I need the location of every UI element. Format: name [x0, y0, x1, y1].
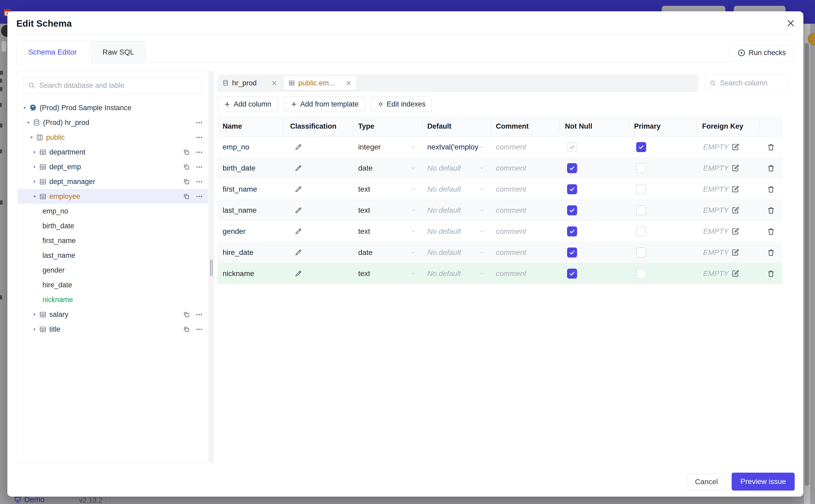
primary-checkbox[interactable]	[636, 184, 646, 194]
classification-pencil-icon[interactable]	[294, 249, 302, 256]
classification-pencil-icon[interactable]	[294, 270, 302, 278]
delete-column-icon[interactable]	[767, 206, 775, 214]
tree-item-column-last-name[interactable]: last_name	[18, 248, 208, 263]
tree-item-table-title[interactable]: title	[18, 322, 208, 337]
more-menu-icon[interactable]	[196, 149, 203, 156]
edit-indexes-button[interactable]: Edit indexes	[371, 96, 432, 112]
comment-field[interactable]: comment	[491, 137, 559, 157]
delete-column-icon[interactable]	[767, 164, 775, 172]
edit-foreign-key-icon[interactable]	[732, 227, 739, 235]
edit-foreign-key-icon[interactable]	[732, 249, 739, 256]
background-scrollbar-thumb[interactable]	[805, 43, 809, 486]
not-null-checkbox[interactable]	[567, 163, 577, 173]
copy-icon[interactable]	[183, 193, 190, 200]
primary-checkbox[interactable]	[636, 248, 646, 258]
delete-column-icon[interactable]	[767, 270, 775, 278]
caret-right-icon[interactable]	[31, 327, 38, 331]
tree-item-table-dept-manager[interactable]: dept_manager	[18, 174, 208, 189]
tree-item-table-dept-emp[interactable]: dept_emp	[18, 159, 208, 174]
primary-checkbox[interactable]	[636, 205, 646, 215]
tree-item-column-first-name[interactable]: first_name	[18, 233, 208, 248]
default-select[interactable]: No default	[422, 221, 491, 242]
column-search-input[interactable]	[720, 79, 784, 88]
edit-foreign-key-icon[interactable]	[732, 164, 739, 172]
more-menu-icon[interactable]	[196, 163, 203, 171]
run-checks-button[interactable]: Run checks	[729, 45, 795, 61]
more-menu-icon[interactable]	[196, 311, 203, 318]
close-tab-icon[interactable]	[271, 80, 277, 86]
more-menu-icon[interactable]	[196, 193, 203, 200]
edit-foreign-key-icon[interactable]	[732, 143, 739, 151]
copy-icon[interactable]	[183, 178, 190, 185]
tree-item-column-gender[interactable]: gender	[18, 263, 208, 278]
tree-item-database-hr-prod[interactable]: (Prod) hr_prod	[18, 115, 208, 130]
caret-right-icon[interactable]	[31, 165, 38, 169]
edit-foreign-key-icon[interactable]	[732, 270, 739, 277]
more-menu-icon[interactable]	[196, 178, 203, 185]
tree-item-column-birth-date[interactable]: birth_date	[18, 219, 208, 233]
copy-icon[interactable]	[183, 149, 190, 156]
not-null-checkbox[interactable]	[567, 205, 577, 215]
comment-field[interactable]: comment	[491, 179, 559, 200]
default-select[interactable]: No default	[422, 263, 491, 284]
type-select[interactable]: date	[353, 158, 422, 178]
column-name-cell[interactable]: birth_date	[217, 158, 283, 178]
primary-checkbox[interactable]	[636, 142, 646, 152]
type-select[interactable]: text	[353, 200, 422, 221]
tree-item-column-hire-date[interactable]: hire_date	[18, 278, 208, 292]
add-from-template-button[interactable]: Add from template	[284, 96, 365, 112]
classification-pencil-icon[interactable]	[294, 227, 302, 235]
caret-down-icon[interactable]	[28, 135, 35, 140]
tab-chip-hr-prod[interactable]: hr_prod	[217, 79, 282, 87]
tree-item-table-department[interactable]: department	[18, 145, 208, 159]
delete-column-icon[interactable]	[767, 227, 775, 235]
tab-chip-public-employee[interactable]: public.em...	[283, 76, 356, 90]
tree-search-input[interactable]	[39, 81, 197, 90]
default-select[interactable]: No default	[422, 179, 491, 200]
type-select[interactable]: integer	[353, 137, 422, 157]
delete-column-icon[interactable]	[767, 185, 775, 193]
delete-column-icon[interactable]	[767, 249, 775, 256]
close-button[interactable]	[784, 17, 797, 30]
type-select[interactable]: text	[353, 263, 422, 284]
caret-down-icon[interactable]	[25, 120, 32, 125]
default-select[interactable]: No default	[422, 158, 491, 178]
not-null-checkbox[interactable]	[567, 226, 577, 236]
default-select[interactable]: nextval('employ	[422, 137, 491, 157]
add-column-button[interactable]: Add column	[217, 96, 278, 112]
tree-item-table-employee[interactable]: employee	[18, 189, 208, 204]
not-null-checkbox[interactable]	[567, 184, 577, 194]
column-name-cell[interactable]: first_name	[217, 179, 283, 200]
column-name-cell[interactable]: gender	[217, 221, 283, 242]
comment-field[interactable]: comment	[491, 158, 559, 178]
caret-down-icon[interactable]	[31, 194, 38, 199]
not-null-checkbox[interactable]	[567, 248, 577, 258]
tree-item-column-nickname[interactable]: nickname	[18, 292, 208, 307]
delete-column-icon[interactable]	[767, 143, 775, 151]
classification-pencil-icon[interactable]	[294, 185, 302, 193]
classification-pencil-icon[interactable]	[294, 143, 302, 151]
classification-pencil-icon[interactable]	[294, 206, 302, 214]
more-menu-icon[interactable]	[196, 134, 203, 141]
column-name-cell[interactable]: nickname	[217, 263, 283, 284]
tree-item-schema-public[interactable]: public	[18, 130, 208, 145]
tree-item-column-emp-no[interactable]: emp_no	[18, 204, 208, 219]
caret-right-icon[interactable]	[31, 312, 38, 317]
copy-icon[interactable]	[183, 311, 190, 318]
comment-field[interactable]: comment	[491, 200, 559, 221]
caret-right-icon[interactable]	[31, 180, 38, 184]
edit-foreign-key-icon[interactable]	[732, 185, 739, 193]
primary-checkbox[interactable]	[636, 226, 646, 236]
copy-icon[interactable]	[183, 163, 190, 170]
type-select[interactable]: date	[353, 242, 422, 263]
type-select[interactable]: text	[353, 179, 422, 200]
close-tab-icon[interactable]	[346, 80, 351, 86]
type-select[interactable]: text	[353, 221, 422, 242]
primary-checkbox[interactable]	[636, 163, 646, 173]
tab-raw-sql[interactable]: Raw SQL	[91, 41, 145, 63]
more-menu-icon[interactable]	[196, 326, 203, 333]
panel-resizer[interactable]	[209, 70, 214, 463]
column-name-cell[interactable]: emp_no	[217, 137, 283, 157]
copy-icon[interactable]	[183, 326, 190, 333]
tree-item-instance[interactable]: (Prod) Prod Sample Instance	[18, 100, 208, 115]
